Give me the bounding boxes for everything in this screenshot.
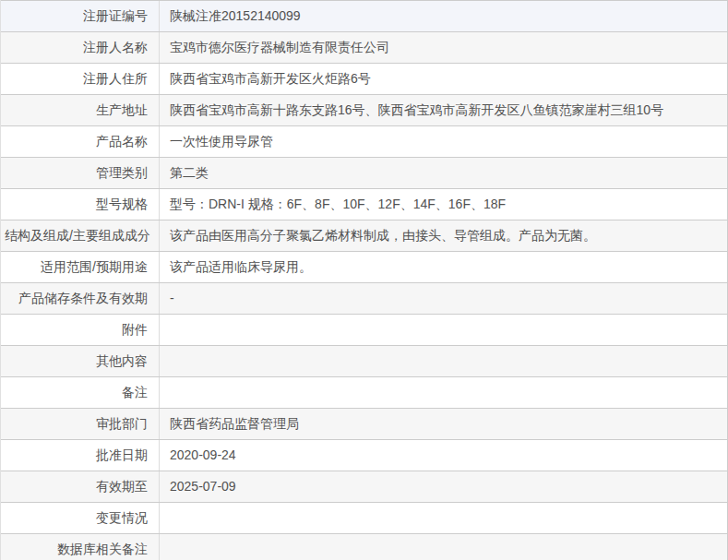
row-value: 型号：DRN-I 规格：6F、8F、10F、12F、14F、16F、18F [160,189,727,220]
row-value: 陕械注准20152140099 [160,1,727,31]
table-row: 产品名称 一次性使用导尿管 [1,125,727,157]
row-value [160,346,727,376]
row-label: 产品储存条件及有效期 [1,283,160,314]
row-value: 2020-09-24 [160,440,727,471]
table-row: 适用范围/预期用途 该产品适用临床导尿用。 [1,251,727,282]
row-value: 宝鸡市德尔医疗器械制造有限责任公司 [160,32,727,63]
registration-info-table: 注册证编号 陕械注准20152140099 注册人名称 宝鸡市德尔医疗器械制造有… [0,0,728,560]
row-label: 备注 [1,377,160,408]
row-value: 该产品由医用高分子聚氯乙烯材料制成，由接头、导管组成。产品为无菌。 [160,220,727,251]
row-value: 第二类 [160,158,727,188]
row-value: - [160,283,727,314]
row-value: 陕西省宝鸡市高新开发区火炬路6号 [160,64,727,94]
row-label: 管理类别 [1,158,160,188]
table-row: 注册人住所 陕西省宝鸡市高新开发区火炬路6号 [1,63,727,94]
row-value [160,534,727,560]
table-row: 有效期至 2025-07-09 [1,471,727,502]
row-label: 其他内容 [1,346,160,376]
table-row: 型号规格 型号：DRN-I 规格：6F、8F、10F、12F、14F、16F、1… [1,188,727,220]
table-row: 变更情况 [1,502,727,533]
row-label: 变更情况 [1,503,160,533]
table-row: 结构及组成/主要组成成分 该产品由医用高分子聚氯乙烯材料制成，由接头、导管组成。… [1,220,727,251]
row-label: 生产地址 [1,95,160,125]
row-value: 2025-07-09 [160,471,727,502]
row-label: 注册人住所 [1,64,160,94]
row-label: 数据库相关备注 [1,534,160,560]
table-row: 注册证编号 陕械注准20152140099 [1,0,727,31]
table-row: 注册人名称 宝鸡市德尔医疗器械制造有限责任公司 [1,31,727,63]
row-value: 该产品适用临床导尿用。 [160,252,727,282]
row-label: 适用范围/预期用途 [1,252,160,282]
row-value: 陕西省药品监督管理局 [160,409,727,439]
row-value: 一次性使用导尿管 [160,126,727,157]
table-row: 批准日期 2020-09-24 [1,439,727,471]
row-label: 型号规格 [1,189,160,220]
row-label: 结构及组成/主要组成成分 [1,220,160,251]
row-label: 注册证编号 [1,1,160,31]
row-label: 有效期至 [1,471,160,502]
table-row: 生产地址 陕西省宝鸡市高新十路东支路16号、陕西省宝鸡市高新开发区八鱼镇范家崖村… [1,94,727,125]
table-row: 管理类别 第二类 [1,157,727,188]
row-value [160,503,727,533]
table-row: 产品储存条件及有效期 - [1,282,727,314]
row-value [160,377,727,408]
table-row: 其他内容 [1,345,727,376]
row-value: 陕西省宝鸡市高新十路东支路16号、陕西省宝鸡市高新开发区八鱼镇范家崖村三组10号 [160,95,727,125]
table-row: 附件 [1,314,727,345]
row-label: 附件 [1,315,160,345]
table-row: 数据库相关备注 [1,533,727,560]
table-row: 备注 [1,376,727,408]
row-value [160,315,727,345]
row-label: 批准日期 [1,440,160,471]
row-label: 审批部门 [1,409,160,439]
row-label: 注册人名称 [1,32,160,63]
table-row: 审批部门 陕西省药品监督管理局 [1,408,727,439]
row-label: 产品名称 [1,126,160,157]
